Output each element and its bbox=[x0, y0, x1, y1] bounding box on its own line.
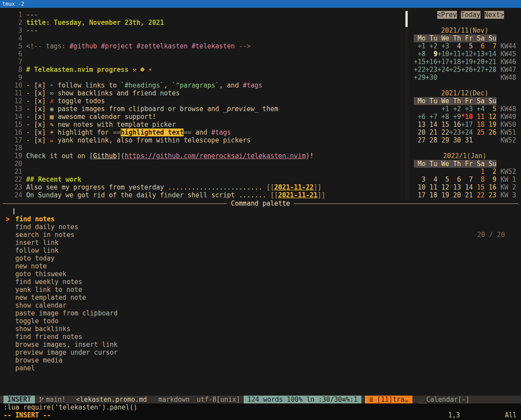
calendar-day[interactable]: 15 bbox=[437, 121, 449, 129]
calendar-day[interactable]: 22 bbox=[473, 191, 484, 199]
calendar-day[interactable]: +16 bbox=[426, 58, 437, 66]
calendar-day[interactable]: +24 bbox=[437, 66, 449, 74]
calendar-day[interactable]: 5 bbox=[437, 176, 449, 183]
calendar-day[interactable]: 6 bbox=[473, 42, 484, 50]
wiki-link-2021-11-21[interactable]: 2021-11-21 bbox=[278, 191, 317, 199]
palette-item[interactable]: yank link to note bbox=[0, 286, 521, 294]
editor-line[interactable]: 23Also see my progress from yesterday ..… bbox=[3, 183, 405, 191]
palette-item[interactable]: toggle todo bbox=[0, 317, 521, 325]
calendar-day[interactable]: +1 bbox=[437, 105, 449, 113]
palette-item[interactable]: panel bbox=[0, 364, 521, 372]
github-url[interactable]: https://github.com/renerocksai/telekaste… bbox=[125, 152, 306, 160]
calendar-day[interactable]: +28 bbox=[485, 66, 497, 74]
calendar-day[interactable]: +27 bbox=[473, 66, 484, 74]
calendar-day[interactable]: 21 bbox=[461, 191, 473, 199]
calendar-prev-button[interactable]: <Prev bbox=[437, 11, 457, 19]
calendar-day[interactable]: 5 bbox=[485, 105, 497, 113]
calendar-day[interactable]: +8 bbox=[414, 50, 426, 58]
editor-line[interactable]: 21 bbox=[3, 168, 405, 176]
calendar-day[interactable]: 14 bbox=[426, 121, 437, 129]
editor-line[interactable]: 12- [x] ✗ toggle todos bbox=[3, 97, 405, 105]
editor-line[interactable]: 17- [x] ✏ yank notelink, also from withi… bbox=[3, 136, 405, 144]
editor-line[interactable]: 10- [x] ➣ follow links to `#headings`, `… bbox=[3, 81, 405, 89]
editor-line[interactable]: 13- [x] ◉ paste images from clipboard or… bbox=[3, 105, 405, 113]
calendar-day[interactable]: +24 bbox=[461, 129, 473, 136]
calendar-day[interactable]: 7 bbox=[485, 42, 497, 50]
wiki-link-2021-11-22[interactable]: 2021-11-22 bbox=[274, 183, 313, 191]
calendar-day[interactable]: 14 bbox=[461, 183, 473, 191]
palette-item[interactable]: follow link bbox=[0, 247, 521, 254]
calendar-day[interactable]: 8 bbox=[473, 176, 484, 183]
palette-item[interactable]: show calendar bbox=[0, 301, 521, 309]
text-run[interactable]: #project bbox=[101, 42, 133, 50]
calendar-today-button[interactable]: Today bbox=[461, 11, 480, 19]
calendar-day[interactable]: +2 bbox=[449, 105, 461, 113]
calendar-day[interactable]: 3 bbox=[414, 176, 426, 183]
calendar-day[interactable]: +18 bbox=[449, 58, 461, 66]
calendar-day[interactable]: +3 bbox=[461, 105, 473, 113]
calendar-day[interactable]: +6 bbox=[414, 113, 426, 121]
editor-line[interactable]: 24On Sunday we got rid of the daily find… bbox=[3, 191, 405, 199]
calendar-day[interactable]: +19 bbox=[461, 58, 473, 66]
palette-item[interactable]: new templated note bbox=[0, 294, 521, 301]
palette-item[interactable]: >find notes bbox=[0, 215, 521, 223]
text-run[interactable]: #zettelkasten bbox=[136, 42, 187, 50]
calendar-day[interactable]: +1 bbox=[414, 42, 426, 50]
calendar-day[interactable]: +17 bbox=[437, 58, 449, 66]
calendar-day[interactable]: +14 bbox=[485, 50, 497, 58]
text-run[interactable]: #github bbox=[69, 42, 97, 50]
editor-line[interactable]: 1--- bbox=[3, 11, 405, 19]
calendar-day[interactable]: +20 bbox=[473, 58, 484, 66]
calendar-day[interactable]: 13 bbox=[449, 183, 461, 191]
calendar-day[interactable]: +17 bbox=[461, 121, 473, 129]
calendar-day[interactable]: +30 bbox=[426, 74, 437, 81]
calendar-day[interactable]: +7 bbox=[426, 113, 437, 121]
calendar-day[interactable]: 31 bbox=[461, 136, 473, 144]
calendar-day[interactable]: +26 bbox=[461, 66, 473, 74]
calendar-day[interactable]: 26 bbox=[485, 129, 497, 136]
editor-pane[interactable]: 1---2title: Tuesday, November 23th, 2021… bbox=[0, 11, 405, 200]
editor-line[interactable]: 4 bbox=[3, 34, 405, 42]
palette-item[interactable]: preview image under cursor bbox=[0, 349, 521, 356]
calendar-day[interactable]: 22 bbox=[437, 129, 449, 136]
calendar-day[interactable]: +15 bbox=[414, 58, 426, 66]
editor-line[interactable]: 20 bbox=[3, 160, 405, 168]
palette-item[interactable]: goto today bbox=[0, 254, 521, 262]
text-run[interactable]: #tags bbox=[243, 81, 262, 89]
calendar-next-button[interactable]: Next> bbox=[484, 11, 504, 19]
palette-item[interactable]: paste image from clipboard bbox=[0, 309, 521, 317]
calendar-day[interactable]: 9 bbox=[485, 176, 497, 183]
calendar-day[interactable]: 21 bbox=[426, 129, 437, 136]
text-run[interactable]: #telekasten bbox=[191, 42, 235, 50]
calendar-day[interactable]: +23 bbox=[449, 129, 461, 136]
editor-line[interactable]: 2title: Tuesday, November 23th, 2021 bbox=[3, 19, 405, 27]
calendar-day[interactable]: 30 bbox=[449, 136, 461, 144]
editor-line[interactable]: 18 bbox=[3, 144, 405, 152]
calendar-day[interactable]: 4 bbox=[426, 176, 437, 183]
palette-item[interactable]: browse media bbox=[0, 356, 521, 364]
calendar-day[interactable]: 27 bbox=[414, 136, 426, 144]
editor-line[interactable]: 6 bbox=[3, 50, 405, 58]
calendar-day[interactable]: 1 bbox=[473, 168, 484, 176]
palette-item[interactable]: find friend notes bbox=[0, 333, 521, 341]
calendar-day[interactable]: 19 bbox=[437, 191, 449, 199]
editor-line[interactable]: 5<!-- tags: #github #project #zettelkast… bbox=[3, 42, 405, 50]
calendar-day[interactable]: +9 bbox=[449, 113, 461, 121]
palette-item[interactable]: insert link bbox=[0, 239, 521, 247]
calendar-day[interactable]: 28 bbox=[426, 136, 437, 144]
palette-item[interactable]: browse images, insert link bbox=[0, 341, 521, 349]
calendar-day[interactable]: 17 bbox=[414, 191, 426, 199]
editor-line[interactable]: 9 bbox=[3, 74, 405, 81]
calendar-day[interactable]: 4 bbox=[449, 42, 461, 50]
calendar-day[interactable]: 11 bbox=[473, 113, 484, 121]
calendar-day[interactable]: +11 bbox=[449, 50, 461, 58]
calendar-day[interactable]: 18 bbox=[426, 191, 437, 199]
calendar-day[interactable]: 16 bbox=[485, 183, 497, 191]
calendar-day[interactable]: 16 bbox=[449, 121, 461, 129]
calendar-day[interactable]: 6 bbox=[449, 176, 461, 183]
calendar-day[interactable]: +21 bbox=[485, 58, 497, 66]
calendar-day[interactable]: +3 bbox=[437, 42, 449, 50]
calendar-day[interactable]: 18 bbox=[473, 121, 484, 129]
text-run[interactable]: #tags bbox=[211, 129, 231, 136]
calendar-day[interactable]: 23 bbox=[485, 191, 497, 199]
